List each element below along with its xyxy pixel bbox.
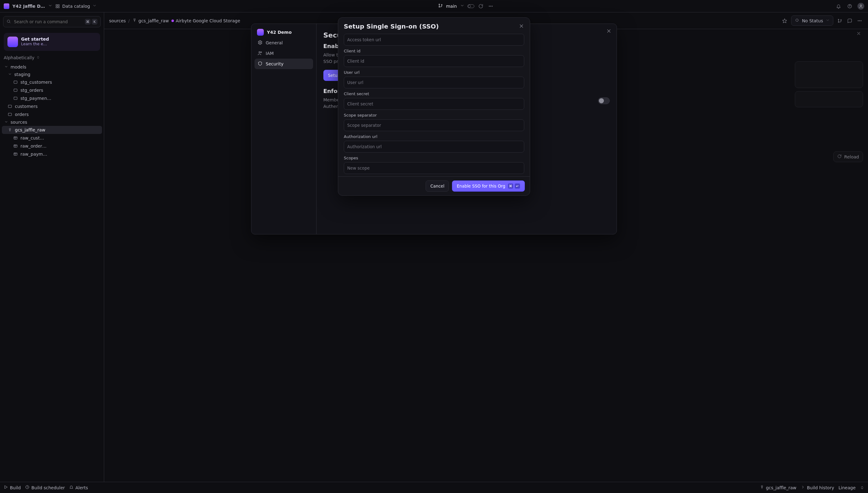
user-url-label: User url	[344, 70, 524, 75]
svg-point-36	[261, 51, 262, 52]
scope-separator-label: Scope separator	[344, 113, 524, 117]
nav-general-label: General	[266, 40, 283, 45]
close-icon[interactable]	[606, 28, 612, 35]
svg-point-34	[259, 42, 261, 43]
cancel-button[interactable]: Cancel	[426, 180, 449, 192]
svg-point-35	[259, 51, 260, 53]
kbd-enter: ↵	[515, 183, 520, 189]
enforce-toggle[interactable]	[598, 98, 610, 104]
authorization-url-label: Authorization url	[344, 134, 524, 139]
org-name: Y42 Demo	[267, 30, 292, 35]
access-token-url-input[interactable]	[344, 34, 524, 46]
nav-general[interactable]: General	[255, 38, 313, 48]
user-url-input[interactable]	[344, 77, 524, 88]
kbd-hint: ⌘ ↵	[508, 183, 520, 189]
gear-icon	[258, 40, 263, 46]
modal-title: Setup Single Sign-on (SSO)	[344, 23, 439, 30]
scope-separator-input[interactable]	[344, 120, 524, 131]
nav-iam[interactable]: IAM	[255, 48, 313, 59]
enable-sso-button[interactable]: Enable SSO for this Org ⌘ ↵	[452, 180, 525, 192]
org-logo	[257, 29, 264, 36]
nav-security-label: Security	[266, 61, 284, 66]
client-id-label: Client id	[344, 49, 524, 53]
settings-nav: Y42 Demo General IAM Security	[252, 24, 317, 234]
client-secret-input[interactable]	[344, 98, 524, 110]
scopes-input[interactable]	[344, 162, 524, 174]
app-shell: Y42 Jaffle D… Data catalog main	[0, 0, 868, 493]
shield-icon	[258, 61, 263, 67]
close-icon[interactable]	[519, 23, 524, 30]
scopes-label: Scopes	[344, 156, 524, 160]
users-icon	[258, 50, 263, 57]
client-id-input[interactable]	[344, 55, 524, 67]
nav-iam-label: IAM	[266, 51, 274, 56]
client-secret-label: Client secret	[344, 91, 524, 96]
nav-security[interactable]: Security	[255, 59, 313, 69]
enable-sso-button-label: Enable SSO for this Org	[457, 184, 505, 189]
authorization-url-input[interactable]	[344, 141, 524, 153]
org-header: Y42 Demo	[255, 27, 313, 38]
kbd-cmd: ⌘	[508, 183, 513, 189]
sso-modal: Setup Single Sign-on (SSO) Client id Use…	[338, 17, 530, 196]
overlay: Y42 Demo General IAM Security Security	[0, 0, 868, 493]
